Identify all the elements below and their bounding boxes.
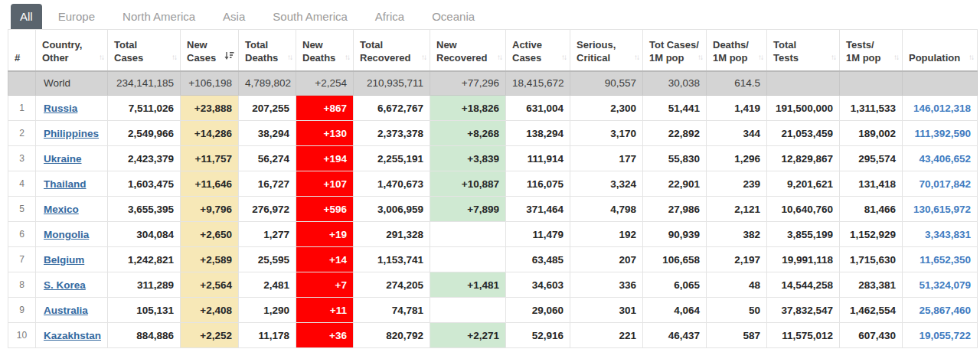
population-link[interactable]: 111,392,590 xyxy=(914,128,971,139)
cell-rank: 6 xyxy=(8,222,36,247)
cell-total-cases: 1,242,821 xyxy=(108,247,181,272)
cell-total-recovered: 2,373,378 xyxy=(354,121,430,146)
column-label: Deaths xyxy=(245,51,291,64)
cell-rank xyxy=(8,71,36,96)
cell-total-recovered: 6,672,767 xyxy=(354,96,430,121)
column-header-total-tests[interactable]: TotalTests↑↓ xyxy=(767,30,840,71)
population-link[interactable]: 19,055,722 xyxy=(919,330,971,341)
tab-europe[interactable]: Europe xyxy=(47,4,106,29)
column-label: Total xyxy=(245,38,291,51)
population-link[interactable]: 130,615,972 xyxy=(913,204,971,215)
population-link[interactable]: 70,017,842 xyxy=(919,178,971,190)
population-link[interactable]: 3,343,831 xyxy=(925,229,971,240)
column-header-population[interactable]: Population↑↓ xyxy=(903,30,978,71)
cell-serious-critical: 221 xyxy=(570,323,643,348)
cell-cases-per-1m: 22,892 xyxy=(643,121,707,146)
cell-total-recovered: 291,328 xyxy=(354,222,430,247)
cell-new-cases: +9,796 xyxy=(181,197,239,222)
column-header-serious-critical[interactable]: Serious,Critical↑↓ xyxy=(570,30,643,71)
cell-total-cases: 105,131 xyxy=(108,298,181,323)
column-label: Country, xyxy=(42,38,103,51)
cell-serious-critical: 301 xyxy=(570,298,643,323)
cell-cases-per-1m: 90,939 xyxy=(643,222,707,247)
cell-serious-critical: 177 xyxy=(570,146,643,171)
cell-tests-per-1m: 1,311,533 xyxy=(840,96,903,121)
cell-active-cases: 116,075 xyxy=(506,171,570,197)
cell-tests-per-1m: 1,152,929 xyxy=(840,222,903,247)
cell-active-cases: 631,004 xyxy=(506,96,570,121)
population-link[interactable]: 51,324,079 xyxy=(919,279,971,291)
country-link[interactable]: Australia xyxy=(44,305,88,316)
tab-oceania[interactable]: Oceania xyxy=(420,4,486,29)
column-header-deaths-per-1m[interactable]: Deaths/1M pop↑↓ xyxy=(707,30,767,71)
country-link[interactable]: S. Korea xyxy=(44,279,86,291)
tab-asia[interactable]: Asia xyxy=(211,4,256,29)
population-link[interactable]: 43,406,652 xyxy=(919,153,971,165)
population-link[interactable]: 146,012,318 xyxy=(913,103,971,114)
cell-country: Thailand xyxy=(36,171,108,197)
sort-icon: ↑↓ xyxy=(421,51,426,64)
cell-new-deaths: +19 xyxy=(296,222,354,247)
column-header-new-deaths[interactable]: NewDeaths↑↓ xyxy=(296,30,354,71)
covid-stats-table: #Country,Other↑↓TotalCases↑↓NewCasesTota… xyxy=(8,29,978,348)
cell-total-tests: 37,832,547 xyxy=(767,298,840,323)
cell-country: Belgium xyxy=(36,247,108,272)
population-link[interactable]: 11,652,350 xyxy=(920,254,971,266)
column-header-total-recovered[interactable]: TotalRecovered↑↓ xyxy=(354,30,430,71)
column-label: Recovered xyxy=(360,51,425,64)
cell-total-recovered: 1,470,673 xyxy=(354,171,430,197)
cell-total-tests: 19,991,118 xyxy=(767,247,840,272)
tab-africa[interactable]: Africa xyxy=(364,4,416,29)
country-link[interactable]: Belgium xyxy=(44,254,84,266)
column-label: Tests/ xyxy=(846,38,897,51)
cell-new-cases: +2,408 xyxy=(181,298,239,323)
column-header-new-recovered[interactable]: NewRecovered↑↓ xyxy=(430,30,506,71)
column-header-new-cases[interactable]: NewCases xyxy=(181,30,239,71)
country-link[interactable]: Russia xyxy=(44,103,77,114)
cell-new-cases: +2,564 xyxy=(181,272,239,298)
cell-cases-per-1m: 4,064 xyxy=(643,298,707,323)
cell-deaths-per-1m: 2,121 xyxy=(707,197,767,222)
column-header-total-deaths[interactable]: TotalDeaths↑↓ xyxy=(239,30,296,71)
column-header-active-cases[interactable]: ActiveCases↑↓ xyxy=(506,30,570,71)
column-header-tests-per-1m[interactable]: Tests/1M pop↑↓ xyxy=(840,30,903,71)
header-row: #Country,Other↑↓TotalCases↑↓NewCasesTota… xyxy=(8,30,978,71)
cell-active-cases: 111,914 xyxy=(506,146,570,171)
cell-cases-per-1m: 30,038 xyxy=(643,71,707,96)
country-link[interactable]: Mongolia xyxy=(44,229,89,240)
sort-icon: ↑↓ xyxy=(969,51,973,64)
sort-icon: ↑↓ xyxy=(497,51,501,64)
population-link[interactable]: 25,867,460 xyxy=(919,305,971,316)
column-header-country[interactable]: Country,Other↑↓ xyxy=(36,30,108,71)
cell-total-deaths: 25,595 xyxy=(239,247,296,272)
cell-new-recovered: +1,481 xyxy=(430,272,506,298)
cell-tests-per-1m: 607,430 xyxy=(840,323,903,348)
column-header-total-cases[interactable]: TotalCases↑↓ xyxy=(108,30,181,71)
cell-rank: 4 xyxy=(8,171,36,197)
table-row: 10Kazakhstan884,886+2,25211,178+36820,79… xyxy=(8,323,978,348)
column-label: 1M pop xyxy=(649,51,701,64)
cell-active-cases: 63,485 xyxy=(506,247,570,272)
cell-deaths-per-1m: 1,419 xyxy=(707,96,767,121)
column-label: Total xyxy=(773,38,835,51)
tab-all[interactable]: All xyxy=(11,4,42,29)
cell-country: Mongolia xyxy=(36,222,108,247)
cell-active-cases: 52,916 xyxy=(506,323,570,348)
sort-icon: ↑↓ xyxy=(758,51,763,64)
cell-serious-critical: 207 xyxy=(570,247,643,272)
country-link[interactable]: Thailand xyxy=(44,178,87,190)
cell-tests-per-1m: 1,715,630 xyxy=(840,247,903,272)
cell-new-recovered: +7,899 xyxy=(430,197,506,222)
column-header-cases-per-1m[interactable]: Tot Cases/1M pop↑↓ xyxy=(643,30,707,71)
cell-new-deaths: +107 xyxy=(296,171,354,197)
column-label: Other xyxy=(42,51,103,64)
tab-north-america[interactable]: North America xyxy=(111,4,207,29)
tab-south-america[interactable]: South America xyxy=(261,4,359,29)
cell-population xyxy=(903,71,978,96)
cell-new-deaths: +7 xyxy=(296,272,354,298)
country-link[interactable]: Mexico xyxy=(44,204,79,215)
country-link[interactable]: Philippines xyxy=(44,128,99,139)
cell-new-deaths: +867 xyxy=(296,96,354,121)
country-link[interactable]: Ukraine xyxy=(44,153,82,165)
country-link[interactable]: Kazakhstan xyxy=(44,330,101,341)
